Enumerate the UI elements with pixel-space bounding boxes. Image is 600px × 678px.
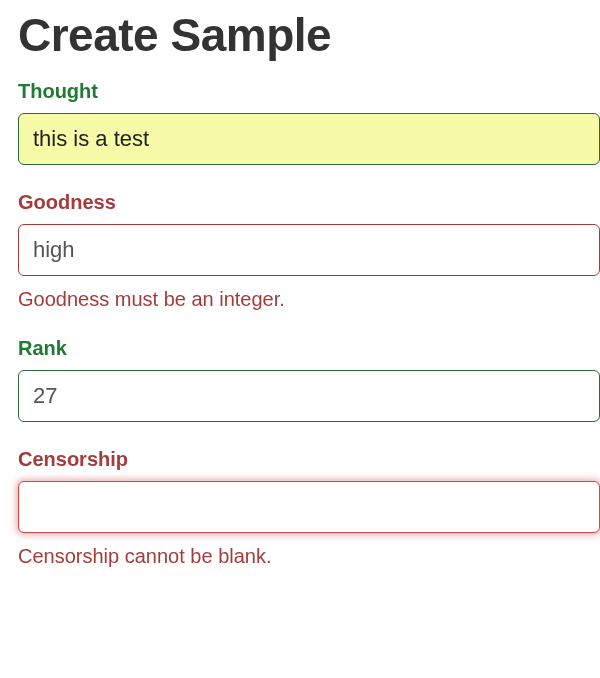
page-title: Create Sample	[18, 8, 600, 62]
thought-input[interactable]	[18, 113, 600, 165]
censorship-input[interactable]	[18, 481, 600, 533]
rank-label: Rank	[18, 337, 600, 360]
censorship-error-message: Censorship cannot be blank.	[18, 545, 600, 568]
thought-label: Thought	[18, 80, 600, 103]
goodness-input[interactable]	[18, 224, 600, 276]
field-thought: Thought	[18, 80, 600, 165]
field-rank: Rank	[18, 337, 600, 422]
field-censorship: Censorship Censorship cannot be blank.	[18, 448, 600, 568]
censorship-label: Censorship	[18, 448, 600, 471]
field-goodness: Goodness Goodness must be an integer.	[18, 191, 600, 311]
goodness-error-message: Goodness must be an integer.	[18, 288, 600, 311]
goodness-label: Goodness	[18, 191, 600, 214]
rank-input[interactable]	[18, 370, 600, 422]
